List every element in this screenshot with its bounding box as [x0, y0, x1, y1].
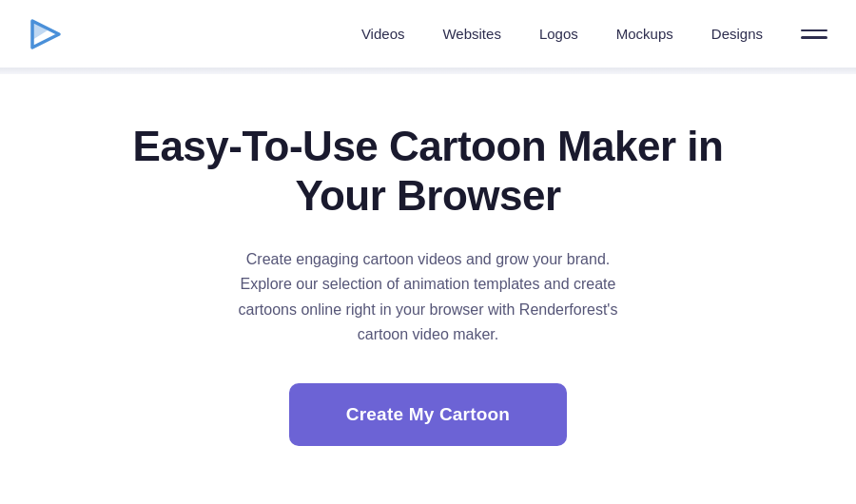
site-header: Videos Websites Logos Mockups Designs	[0, 0, 856, 68]
nav-item-websites[interactable]: Websites	[442, 26, 500, 42]
hero-subtitle: Create engaging cartoon videos and grow …	[219, 247, 637, 348]
nav-item-videos[interactable]: Videos	[361, 26, 405, 42]
nav-item-mockups[interactable]: Mockups	[616, 26, 673, 42]
nav-item-logos[interactable]: Logos	[539, 26, 578, 42]
hamburger-line-2	[801, 36, 827, 39]
hamburger-menu[interactable]	[801, 29, 827, 39]
hero-section: Easy-To-Use Cartoon Maker in Your Browse…	[0, 74, 856, 484]
logo[interactable]	[29, 17, 63, 51]
hero-title: Easy-To-Use Cartoon Maker in Your Browse…	[105, 122, 751, 221]
nav-item-designs[interactable]: Designs	[711, 26, 763, 42]
hamburger-line-1	[801, 29, 827, 32]
create-cartoon-button[interactable]: Create My Cartoon	[289, 383, 567, 446]
main-nav: Videos Websites Logos Mockups Designs	[361, 26, 763, 42]
